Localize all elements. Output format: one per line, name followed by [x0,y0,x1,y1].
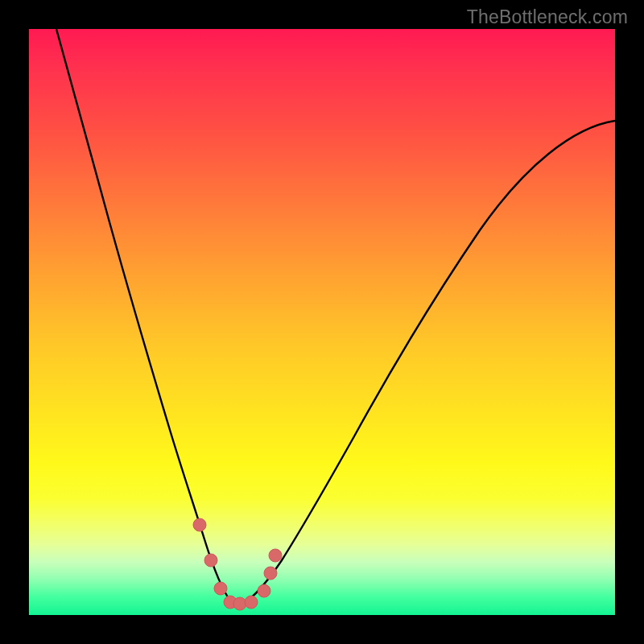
marker-group [193,518,282,610]
bottleneck-curve-path [56,29,615,605]
marker-dot [204,554,217,567]
marker-dot [269,549,282,562]
marker-dot [245,596,258,609]
marker-dot [214,582,227,595]
marker-dot [264,567,277,580]
watermark-text: TheBottleneck.com [467,6,628,28]
chart-frame: TheBottleneck.com [0,0,644,644]
marker-dot [258,584,270,597]
curve-layer [29,29,615,615]
marker-dot [193,518,206,531]
marker-dot [233,597,246,610]
plot-area [29,29,615,615]
